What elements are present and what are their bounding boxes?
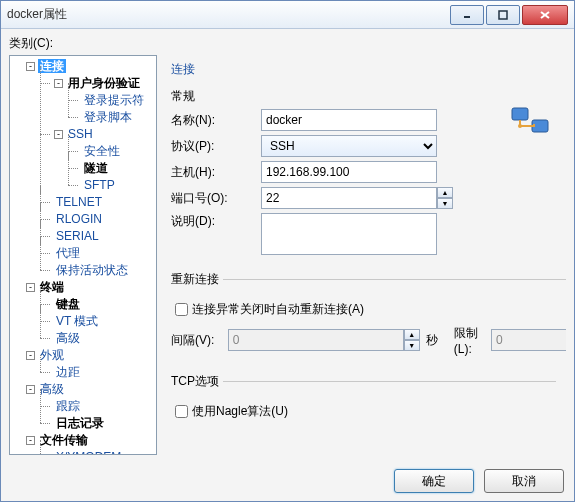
tree-node-keepalive[interactable]: 保持活动状态 [54, 263, 130, 277]
tree-node-file-transfer[interactable]: 文件传输 [38, 433, 90, 447]
reconnect-checkbox-label: 连接异常关闭时自动重新连接(A) [192, 301, 364, 318]
tree-node-security[interactable]: 安全性 [82, 144, 122, 158]
svg-rect-4 [512, 108, 528, 120]
maximize-button[interactable] [486, 5, 520, 25]
titlebar: docker属性 [1, 1, 574, 29]
tree-node-user-auth[interactable]: 用户身份验证 [66, 76, 142, 90]
group-reconnect: 重新连接 连接异常关闭时自动重新连接(A) 间隔(V): ▲▼ 秒 限制(L): [171, 271, 566, 361]
tree-node-vt[interactable]: VT 模式 [54, 314, 100, 328]
interval-spin-up[interactable]: ▲ [404, 329, 420, 340]
port-spin-up[interactable]: ▲ [437, 187, 453, 198]
seconds-label: 秒 [426, 332, 438, 349]
close-button[interactable] [522, 5, 568, 25]
section-title: 连接 [171, 61, 556, 78]
protocol-label: 协议(P): [171, 138, 261, 155]
tree-node-connection[interactable]: 连接 [38, 59, 66, 73]
category-tree[interactable]: -连接 -用户身份验证 登录提示符 登录脚本 -SSH [10, 58, 156, 455]
group-tcp-label: TCP选项 [171, 373, 223, 390]
tree-node-login-script[interactable]: 登录脚本 [82, 110, 134, 124]
expand-toggle[interactable]: - [26, 351, 35, 360]
tree-node-appearance[interactable]: 外观 [38, 348, 66, 362]
expand-toggle[interactable]: - [54, 79, 63, 88]
expand-toggle[interactable]: - [26, 62, 35, 71]
tree-node-keyboard[interactable]: 键盘 [54, 297, 82, 311]
ok-button[interactable]: 确定 [394, 469, 474, 493]
reconnect-checkbox[interactable] [175, 303, 188, 316]
name-input[interactable] [261, 109, 437, 131]
tree-node-rlogin[interactable]: RLOGIN [54, 212, 104, 226]
port-spin-down[interactable]: ▼ [437, 198, 453, 209]
tree-node-logging[interactable]: 日志记录 [54, 416, 106, 430]
expand-toggle[interactable]: - [26, 385, 35, 394]
interval-spin-down[interactable]: ▼ [404, 340, 420, 351]
port-input[interactable] [261, 187, 437, 209]
window-controls [450, 5, 568, 25]
dialog-body: 类别(C): -连接 -用户身份验证 登录提示符 登录脚本 [1, 29, 574, 501]
tree-node-trace[interactable]: 跟踪 [54, 399, 82, 413]
tree-node-proxy[interactable]: 代理 [54, 246, 82, 260]
host-label: 主机(H): [171, 164, 261, 181]
interval-input[interactable] [228, 329, 404, 351]
group-general-label: 常规 [171, 88, 504, 105]
expand-toggle[interactable]: - [26, 283, 35, 292]
limit-input[interactable] [491, 329, 566, 351]
port-label: 端口号(O): [171, 190, 261, 207]
svg-rect-1 [499, 11, 507, 19]
network-icon [510, 106, 550, 143]
minimize-button[interactable] [450, 5, 484, 25]
cancel-button[interactable]: 取消 [484, 469, 564, 493]
expand-toggle[interactable]: - [26, 436, 35, 445]
host-input[interactable] [261, 161, 437, 183]
content-pane: 连接 常规 名称(N): 协议(P): SSH [157, 55, 566, 455]
dialog-window: docker属性 类别(C): -连接 -用户身份验证 登 [0, 0, 575, 502]
category-tree-pane: -连接 -用户身份验证 登录提示符 登录脚本 -SSH [9, 55, 157, 455]
tree-node-sftp[interactable]: SFTP [82, 178, 117, 192]
nagle-checkbox-label: 使用Nagle算法(U) [192, 403, 288, 420]
tree-node-login-prompt[interactable]: 登录提示符 [82, 93, 146, 107]
tree-node-serial[interactable]: SERIAL [54, 229, 101, 243]
name-label: 名称(N): [171, 112, 261, 129]
interval-label: 间隔(V): [171, 332, 228, 349]
dialog-footer: 确定 取消 [394, 469, 564, 493]
tree-node-terminal[interactable]: 终端 [38, 280, 66, 294]
tree-node-telnet[interactable]: TELNET [54, 195, 104, 209]
tree-node-xymodem[interactable]: X/YMODEM [54, 450, 123, 455]
expand-toggle[interactable]: - [54, 130, 63, 139]
nagle-checkbox[interactable] [175, 405, 188, 418]
svg-point-6 [518, 124, 522, 128]
description-textarea[interactable] [261, 213, 437, 255]
window-title: docker属性 [7, 6, 450, 23]
description-label: 说明(D): [171, 213, 261, 230]
tree-node-tunnel[interactable]: 隧道 [82, 161, 110, 175]
limit-label: 限制(L): [454, 325, 485, 356]
tree-node-ssh[interactable]: SSH [66, 127, 95, 141]
group-tcp: TCP选项 使用Nagle算法(U) [171, 373, 556, 425]
tree-node-margin[interactable]: 边距 [54, 365, 82, 379]
protocol-select[interactable]: SSH [261, 135, 437, 157]
tree-node-advanced-term[interactable]: 高级 [54, 331, 82, 345]
tree-node-advanced[interactable]: 高级 [38, 382, 66, 396]
group-reconnect-label: 重新连接 [171, 271, 223, 288]
category-label: 类别(C): [9, 35, 566, 52]
